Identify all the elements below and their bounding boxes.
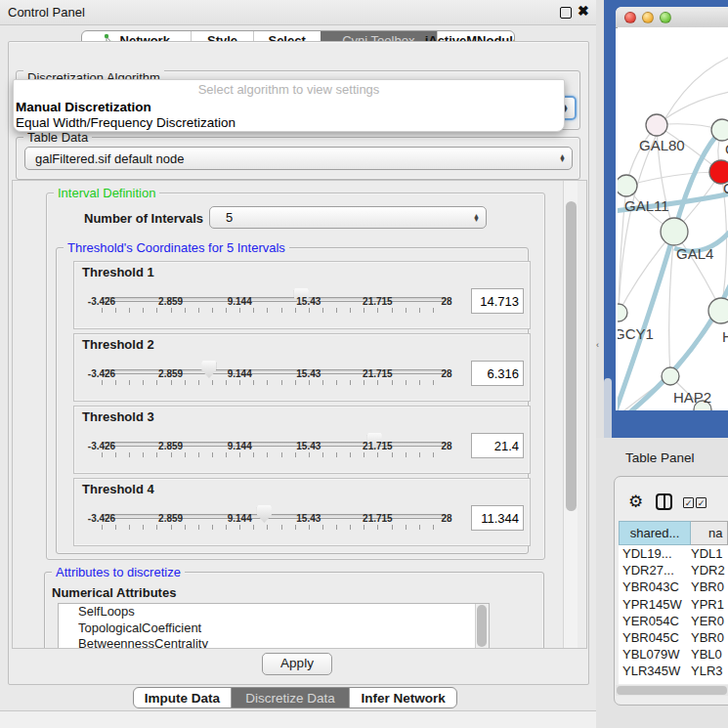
network-view-titlebar[interactable] [616, 7, 728, 28]
tick-label: 9.144 [228, 368, 252, 379]
tab-infer-network[interactable]: Infer Network [349, 688, 456, 707]
cell[interactable]: YER0 [691, 613, 728, 629]
cell[interactable]: YIL0 [691, 680, 728, 685]
columns-icon[interactable] [656, 493, 672, 510]
table-horizontal-scrollbar[interactable] [616, 685, 728, 696]
slider-track[interactable] [102, 514, 447, 519]
tick-label: 28 [441, 513, 451, 524]
slider-track[interactable] [102, 442, 447, 447]
threshold-3-box: Threshold 3 -3.426 2.859 9.144 15.43 21.… [73, 406, 531, 474]
network-node[interactable] [618, 304, 627, 321]
threshold-4-box: Threshold 4 -3.426 2.859 9.144 15.43 21.… [73, 478, 531, 546]
slider-ticks [102, 380, 447, 385]
threshold-2-value-field[interactable] [471, 361, 524, 386]
float-window-icon[interactable] [560, 7, 572, 19]
table-row[interactable]: YER054CYER0 [619, 613, 728, 629]
slider-thumb[interactable] [201, 361, 216, 378]
tick-label: 15.43 [296, 296, 321, 307]
table-panel-title: Table Panel [625, 450, 695, 465]
cell[interactable]: YBL0 [691, 646, 728, 663]
apply-button[interactable]: Apply [262, 653, 332, 675]
threshold-3-slider[interactable]: -3.426 2.859 9.144 15.43 21.715 28 [102, 432, 447, 473]
table-row[interactable]: YBR043CYBR0 [619, 578, 728, 595]
list-scrollbar[interactable] [475, 604, 489, 648]
threshold-1-slider[interactable]: -3.426 2.859 9.144 15.43 21.715 28 [102, 287, 447, 328]
table-row[interactable]: YDR27...YDR2 [619, 562, 728, 578]
network-node[interactable] [708, 298, 728, 323]
close-traffic-light[interactable] [624, 12, 636, 23]
threshold-1-box: Threshold 1 -3.426 2.859 9.144 15.43 21.… [73, 261, 531, 329]
close-icon[interactable]: ✖ [578, 3, 589, 19]
cell[interactable]: YDR2 [691, 562, 728, 578]
interval-definition-title: Interval Definition [54, 186, 159, 200]
cell[interactable]: YBR0 [691, 629, 728, 646]
threshold-2-slider[interactable]: -3.426 2.859 9.144 15.43 21.715 28 [102, 360, 447, 401]
list-item[interactable]: TopologicalCoefficient [59, 621, 489, 637]
cell[interactable]: YBL079W [619, 646, 691, 663]
divider-handle-icon[interactable]: ‹ [596, 340, 599, 350]
table-row[interactable]: YBR045CYBR0 [619, 629, 728, 646]
checkbox-icon[interactable]: ✓ [696, 497, 707, 508]
table-row[interactable]: YIL052CYIL0 [619, 680, 728, 685]
algorithm-option-equal-width[interactable]: Equal Width/Frequency Discretization [14, 115, 564, 131]
number-of-intervals-combobox[interactable]: 5 ▲▼ [209, 206, 487, 229]
column-header-name[interactable]: na [691, 521, 728, 545]
minimize-traffic-light[interactable] [642, 12, 654, 23]
panel-scrollbar[interactable] [563, 181, 578, 648]
table-row[interactable]: YDL19...YDL1 [619, 545, 728, 562]
cell[interactable]: YPR145W [619, 596, 691, 613]
column-header-shared[interactable]: shared... [619, 521, 691, 545]
cell[interactable]: YBR043C [619, 578, 691, 595]
numerical-attributes-list[interactable]: SelfLoops TopologicalCoefficient Between… [58, 603, 490, 649]
slider-thumb[interactable] [257, 505, 272, 523]
tab-impute-data[interactable]: Impute Data [134, 688, 231, 707]
network-node[interactable] [661, 218, 688, 245]
network-node[interactable] [618, 175, 637, 196]
cell[interactable]: YER054C [619, 613, 691, 629]
tick-label: -3.426 [88, 441, 115, 451]
cell[interactable]: YPR1 [691, 596, 728, 613]
threshold-4-slider[interactable]: -3.426 2.859 9.144 15.43 21.715 28 [102, 504, 447, 545]
cell[interactable]: YBR045C [619, 629, 691, 646]
network-canvas[interactable]: GAL80GCGAL11GAL4GCY1HHAP2 [618, 27, 728, 410]
network-node[interactable] [711, 119, 728, 141]
table-row[interactable]: YLR345WYLR3 [619, 663, 728, 679]
cell[interactable]: YDL19... [619, 545, 691, 562]
tick-label: 15.43 [296, 441, 321, 451]
list-scrollbar-thumb[interactable] [477, 605, 487, 647]
tab-discretize-data[interactable]: Discretize Data [231, 688, 350, 707]
table-data-combobox[interactable]: galFiltered.sif default node ▲▼ [24, 147, 573, 170]
slider-track[interactable] [102, 369, 447, 374]
tick-label: 2.859 [158, 513, 183, 524]
slider-track[interactable] [102, 297, 447, 302]
list-item[interactable]: SelfLoops [59, 604, 489, 621]
table-row[interactable]: YPR145WYPR1 [619, 596, 728, 613]
algorithm-dropdown-prompt: Select algorithm to view settings [14, 80, 564, 100]
zoom-traffic-light[interactable] [660, 12, 671, 23]
network-node[interactable] [662, 367, 679, 385]
cell[interactable]: YDL1 [691, 545, 728, 562]
panel-scrollbar-thumb[interactable] [566, 201, 577, 511]
list-item[interactable]: BetweennessCentrality [59, 636, 489, 649]
network-node[interactable] [646, 114, 667, 136]
table-row[interactable]: YBL079WYBL0 [619, 646, 728, 663]
cell[interactable]: YLR345W [619, 663, 691, 679]
cell[interactable]: YLR3 [691, 663, 728, 679]
table-horizontal-scrollbar-thumb[interactable] [617, 686, 727, 695]
cell[interactable]: YIL052C [619, 680, 691, 685]
table-body[interactable]: YDL19...YDL1 YDR27...YDR2 YBR043CYBR0 YP… [619, 545, 728, 684]
tab-impute-data-label: Impute Data [145, 691, 220, 706]
checkbox-icon[interactable]: ✓ [683, 497, 694, 508]
gear-icon[interactable]: ⚙ [628, 492, 643, 512]
tick-label: 2.859 [158, 296, 183, 307]
threshold-4-value-field[interactable] [471, 505, 524, 531]
cell[interactable]: YDR27... [619, 562, 691, 578]
algorithm-option-manual[interactable]: Manual Discretization [14, 100, 564, 115]
threshold-1-label: Threshold 1 [82, 265, 154, 279]
network-edge[interactable] [619, 232, 674, 313]
threshold-3-value-field[interactable] [471, 433, 524, 458]
cell[interactable]: YBR0 [691, 578, 728, 595]
threshold-2-box: Threshold 2 -3.426 2.859 9.144 15.43 21.… [73, 333, 531, 402]
threshold-1-value-field[interactable] [471, 288, 524, 314]
tick-label: 21.715 [363, 441, 393, 451]
